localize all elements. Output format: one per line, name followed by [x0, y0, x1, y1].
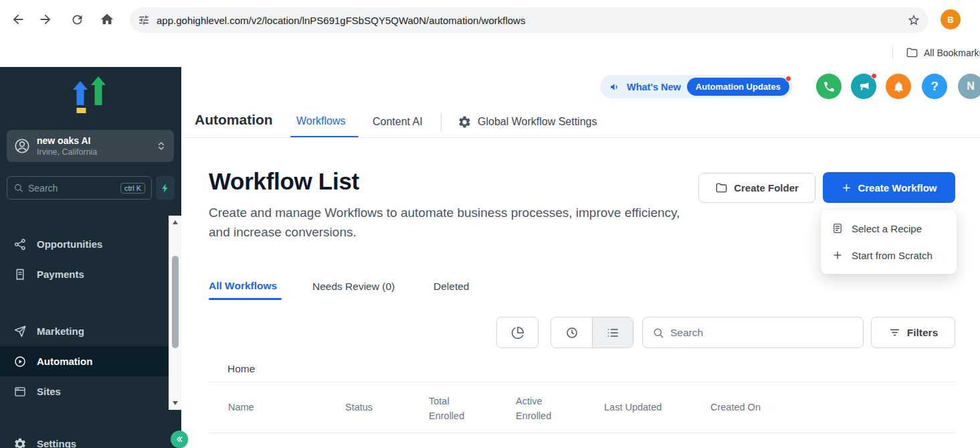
page-section-title: Automation: [195, 112, 273, 128]
workflow-search-input[interactable]: [670, 327, 854, 339]
global-settings-gear-icon[interactable]: [458, 115, 472, 129]
sidebar-item-sites[interactable]: Sites: [0, 376, 169, 406]
whats-new-label: What's New: [627, 82, 681, 92]
header-divider: [441, 113, 442, 132]
notification-dot: [785, 76, 791, 82]
clock-icon: [565, 326, 579, 340]
quick-actions-button[interactable]: [156, 176, 175, 200]
sidebar-item-payments[interactable]: Payments: [0, 259, 169, 289]
sidebar-item-label: Opportunities: [37, 238, 102, 250]
global-workflow-settings-link[interactable]: Global Workflow Settings: [478, 116, 597, 128]
filters-label: Filters: [907, 327, 939, 339]
marketing-icon: [13, 325, 27, 338]
help-button[interactable]: ?: [922, 74, 947, 99]
create-workflow-menu: Select a Recipe Start from Scratch: [821, 210, 957, 274]
sidebar-search[interactable]: ctrl K: [7, 176, 152, 200]
sidebar-item-settings[interactable]: Settings: [0, 429, 169, 448]
view-toggle-group: [551, 317, 633, 348]
create-folder-button[interactable]: Create Folder: [698, 173, 815, 203]
sidebar-item-opportunities[interactable]: Opportunities: [0, 229, 169, 259]
sidebar: new oaks AI Irvine, California ctrl K Op…: [0, 67, 181, 448]
user-avatar[interactable]: N: [958, 74, 980, 99]
scroll-down-arrow[interactable]: [173, 401, 178, 405]
browser-chrome: app.gohighlevel.com/v2/location/lnPS691g…: [0, 0, 980, 39]
breadcrumb-home[interactable]: Home: [227, 363, 255, 375]
sidebar-collapse-button[interactable]: [171, 431, 188, 448]
tab-needs-review[interactable]: Needs Review (0): [312, 281, 395, 293]
search-shortcut-badge: ctrl K: [120, 183, 145, 194]
gohighlevel-logo[interactable]: [69, 76, 112, 115]
search-icon: [13, 183, 23, 193]
account-icon: [13, 137, 31, 155]
create-workflow-button[interactable]: Create Workflow: [823, 172, 955, 203]
menu-item-select-recipe[interactable]: Select a Recipe: [821, 215, 957, 242]
url-bar[interactable]: app.gohighlevel.com/v2/location/lnPS691g…: [130, 7, 928, 33]
tab-all-workflows[interactable]: All Workflows: [209, 280, 277, 292]
column-header-total-enrolled: Total Enrolled: [429, 394, 476, 424]
site-settings-icon[interactable]: [138, 14, 150, 26]
column-header-status: Status: [345, 402, 373, 413]
column-header-active-enrolled: Active Enrolled: [516, 394, 563, 424]
tab-all-workflows-underline: [209, 298, 282, 300]
notification-dot: [871, 73, 877, 79]
browser-profile-avatar[interactable]: B: [941, 9, 961, 29]
whats-new-pill[interactable]: What's New Automation Updates: [600, 75, 793, 98]
tab-deleted[interactable]: Deleted: [433, 281, 469, 293]
sidebar-item-label: Automation: [37, 356, 92, 367]
history-view-button[interactable]: [551, 317, 592, 348]
chevrons-left-icon: [175, 435, 184, 444]
create-folder-label: Create Folder: [734, 182, 799, 194]
gear-icon: [13, 437, 27, 448]
pie-chart-icon: [511, 326, 524, 340]
list-view-button[interactable]: [593, 317, 633, 348]
scrollbar-thumb[interactable]: [172, 256, 179, 348]
workflow-search[interactable]: [642, 317, 864, 348]
location-selector[interactable]: new oaks AI Irvine, California: [7, 130, 174, 162]
phone-icon: [823, 80, 836, 93]
payments-icon: [13, 268, 27, 281]
url-text: app.gohighlevel.com/v2/location/lnPS691g…: [157, 15, 525, 26]
refresh-icon[interactable]: [70, 13, 84, 27]
home-icon[interactable]: [100, 12, 114, 27]
megaphone-icon: [858, 80, 870, 93]
column-header-name: Name: [228, 402, 254, 413]
automation-updates-badge[interactable]: Automation Updates: [687, 78, 789, 96]
plus-icon: [841, 182, 852, 194]
sidebar-scrollbar[interactable]: [169, 216, 181, 410]
automation-icon: [13, 355, 27, 368]
forward-icon[interactable]: [38, 12, 53, 27]
header-border: [181, 137, 980, 138]
opportunities-icon: [13, 238, 27, 251]
page-subtitle: Create and manage Workflows to automate …: [209, 203, 680, 242]
filter-icon: [888, 326, 901, 339]
filters-button[interactable]: Filters: [871, 317, 955, 348]
help-label: ?: [930, 79, 939, 94]
location-subtitle: Irvine, California: [37, 147, 149, 157]
bell-icon: [892, 80, 905, 93]
tab-workflows[interactable]: Workflows: [296, 115, 346, 127]
back-icon[interactable]: [11, 12, 25, 27]
plus-icon: [831, 249, 844, 261]
phone-button[interactable]: [816, 74, 842, 99]
automation-updates-label: Automation Updates: [696, 82, 781, 92]
sidebar-item-marketing[interactable]: Marketing: [0, 316, 169, 346]
bookmark-star-icon[interactable]: [907, 13, 920, 27]
page-title: Workflow List: [209, 168, 359, 195]
column-header-last-updated: Last Updated: [604, 402, 662, 413]
bookmarks-label[interactable]: All Bookmarks: [924, 48, 980, 58]
search-icon: [652, 327, 664, 339]
enrollment-history-button[interactable]: [496, 317, 538, 348]
sidebar-item-label: Marketing: [37, 325, 84, 337]
location-name: new oaks AI: [37, 135, 149, 147]
sidebar-item-label: Payments: [37, 269, 84, 280]
sidebar-item-automation[interactable]: Automation: [0, 346, 169, 376]
sidebar-search-input[interactable]: [28, 183, 116, 194]
announcements-button[interactable]: [851, 74, 876, 99]
bookmarks-folder-icon[interactable]: [906, 46, 918, 59]
tab-content-ai[interactable]: Content AI: [373, 116, 423, 128]
menu-item-start-from-scratch[interactable]: Start from Scratch: [821, 242, 957, 269]
chevron-updown-icon: [155, 140, 167, 152]
scroll-up-arrow[interactable]: [173, 220, 178, 224]
notifications-button[interactable]: [886, 74, 911, 99]
avatar-initial: N: [967, 80, 975, 92]
